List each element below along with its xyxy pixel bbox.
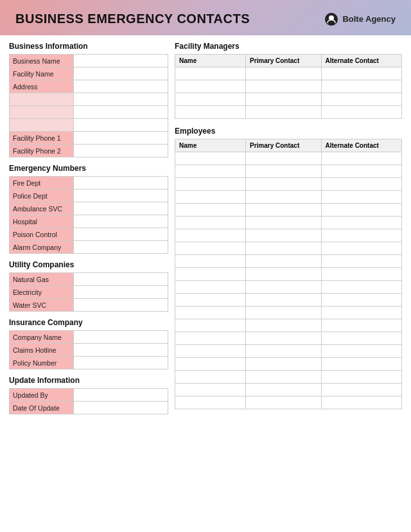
table-cell[interactable] xyxy=(321,281,401,294)
table-cell[interactable] xyxy=(246,106,322,119)
table-cell[interactable] xyxy=(321,191,401,204)
table-cell[interactable] xyxy=(321,152,401,165)
table-cell[interactable] xyxy=(246,229,322,242)
table-cell[interactable] xyxy=(246,152,322,165)
table-cell[interactable] xyxy=(321,358,401,371)
table-cell[interactable] xyxy=(321,93,401,106)
value-cell[interactable] xyxy=(74,177,168,190)
table-cell[interactable] xyxy=(175,191,246,204)
table-cell[interactable] xyxy=(175,294,246,306)
table-cell[interactable] xyxy=(175,306,246,319)
table-cell[interactable] xyxy=(175,345,246,358)
value-cell[interactable] xyxy=(74,80,168,93)
table-cell[interactable] xyxy=(175,152,246,165)
table-cell[interactable] xyxy=(246,242,322,255)
table-cell[interactable] xyxy=(175,217,246,229)
table-cell[interactable] xyxy=(321,345,401,358)
value-cell[interactable] xyxy=(74,215,168,228)
value-cell[interactable] xyxy=(74,132,168,145)
table-cell[interactable] xyxy=(175,93,246,106)
table-cell[interactable] xyxy=(175,319,246,332)
table-cell[interactable] xyxy=(321,106,401,119)
table-cell[interactable] xyxy=(246,396,322,409)
table-cell[interactable] xyxy=(246,204,322,217)
table-cell[interactable] xyxy=(321,178,401,191)
table-cell[interactable] xyxy=(246,358,322,371)
table-cell[interactable] xyxy=(246,306,322,319)
table-cell[interactable] xyxy=(246,268,322,281)
table-cell[interactable] xyxy=(175,67,246,80)
table-cell[interactable] xyxy=(246,371,322,384)
table-cell[interactable] xyxy=(175,384,246,396)
label-cell: Claims Hotline xyxy=(10,344,74,357)
value-cell[interactable] xyxy=(74,357,168,369)
table-cell[interactable] xyxy=(321,332,401,345)
table-cell[interactable] xyxy=(175,358,246,371)
table-row xyxy=(175,306,402,319)
page-title: BUSINESS EMERGENCY CONTACTS xyxy=(15,12,250,26)
table-cell[interactable] xyxy=(321,67,401,80)
agency-logo: Bolte Agency xyxy=(324,12,396,26)
value-cell[interactable] xyxy=(74,119,168,132)
table-cell[interactable] xyxy=(246,80,322,93)
table-cell[interactable] xyxy=(175,80,246,93)
value-cell[interactable] xyxy=(74,202,168,215)
table-cell[interactable] xyxy=(175,396,246,409)
table-cell[interactable] xyxy=(321,80,401,93)
value-cell[interactable] xyxy=(74,241,168,254)
value-cell[interactable] xyxy=(74,299,168,312)
table-cell[interactable] xyxy=(321,306,401,319)
table-cell[interactable] xyxy=(175,268,246,281)
value-cell[interactable] xyxy=(74,389,168,402)
table-cell[interactable] xyxy=(175,332,246,345)
table-cell[interactable] xyxy=(246,217,322,229)
table-cell[interactable] xyxy=(175,165,246,178)
table-cell[interactable] xyxy=(321,255,401,268)
table-cell[interactable] xyxy=(321,319,401,332)
table-cell[interactable] xyxy=(246,332,322,345)
value-cell[interactable] xyxy=(74,228,168,241)
value-cell[interactable] xyxy=(74,67,168,80)
value-cell[interactable] xyxy=(74,331,168,344)
table-cell[interactable] xyxy=(175,242,246,255)
table-cell[interactable] xyxy=(246,345,322,358)
value-cell[interactable] xyxy=(74,145,168,157)
table-row xyxy=(175,396,402,409)
table-cell[interactable] xyxy=(246,93,322,106)
table-cell[interactable] xyxy=(321,165,401,178)
table-cell[interactable] xyxy=(321,371,401,384)
table-cell[interactable] xyxy=(246,67,322,80)
table-cell[interactable] xyxy=(175,281,246,294)
table-cell[interactable] xyxy=(246,319,322,332)
value-cell[interactable] xyxy=(74,190,168,202)
table-cell[interactable] xyxy=(246,384,322,396)
value-cell[interactable] xyxy=(74,402,168,414)
table-cell[interactable] xyxy=(246,281,322,294)
value-cell[interactable] xyxy=(74,273,168,286)
table-cell[interactable] xyxy=(321,384,401,396)
value-cell[interactable] xyxy=(74,286,168,299)
table-cell[interactable] xyxy=(246,191,322,204)
table-cell[interactable] xyxy=(246,178,322,191)
table-cell[interactable] xyxy=(175,371,246,384)
value-cell[interactable] xyxy=(74,106,168,119)
table-cell[interactable] xyxy=(175,229,246,242)
table-cell[interactable] xyxy=(321,217,401,229)
table-cell[interactable] xyxy=(321,396,401,409)
table-cell[interactable] xyxy=(246,294,322,306)
table-cell[interactable] xyxy=(175,106,246,119)
table-cell[interactable] xyxy=(321,242,401,255)
table-row: Natural Gas xyxy=(10,273,168,286)
table-cell[interactable] xyxy=(321,268,401,281)
table-cell[interactable] xyxy=(321,229,401,242)
table-cell[interactable] xyxy=(246,165,322,178)
value-cell[interactable] xyxy=(74,93,168,106)
table-cell[interactable] xyxy=(175,255,246,268)
table-cell[interactable] xyxy=(321,204,401,217)
table-cell[interactable] xyxy=(246,255,322,268)
value-cell[interactable] xyxy=(74,344,168,357)
table-cell[interactable] xyxy=(175,178,246,191)
value-cell[interactable] xyxy=(74,55,168,67)
table-cell[interactable] xyxy=(175,204,246,217)
table-cell[interactable] xyxy=(321,294,401,306)
